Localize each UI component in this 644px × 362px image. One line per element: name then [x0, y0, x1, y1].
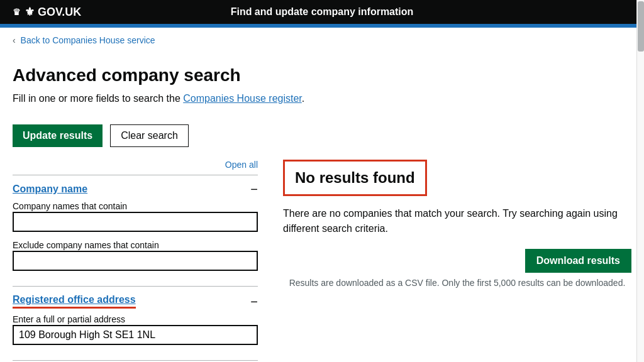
site-header: ♛ ⚜ GOV.UK Find and update company infor… [0, 0, 644, 24]
page-header: Advanced company search Fill in one or m… [0, 53, 644, 124]
no-results-title: No results found [295, 169, 415, 187]
company-name-contains-input[interactable] [13, 212, 258, 232]
registered-office-filter: Registered office address − Enter a full… [13, 286, 258, 360]
action-buttons: Update results Clear search [0, 124, 644, 147]
registered-office-header: Registered office address − [13, 294, 258, 309]
company-name-contains-label: Company names that contain [13, 201, 127, 211]
company-name-exclude-input[interactable] [13, 251, 258, 271]
registered-office-toggle[interactable]: − [250, 295, 258, 308]
update-results-button[interactable]: Update results [13, 124, 103, 147]
company-name-toggle[interactable]: − [250, 183, 258, 195]
page-title: Advanced company search [13, 65, 631, 85]
open-all-link[interactable]: Open all [13, 160, 258, 170]
company-name-filter: Company name − Company names that contai… [13, 175, 258, 286]
scrollbar-track[interactable] [636, 0, 644, 362]
subtitle-start: Fill in one or more fields to search the [13, 93, 183, 104]
company-name-title[interactable]: Company name [13, 184, 87, 195]
breadcrumb: ‹ Back to Companies House service [0, 28, 644, 53]
address-input[interactable] [13, 325, 258, 345]
content-wrapper: Open all Company name − Company names th… [0, 160, 644, 362]
filters-sidebar: Open all Company name − Company names th… [13, 160, 258, 362]
registered-office-title[interactable]: Registered office address [13, 294, 136, 309]
company-name-exclude-label: Exclude company names that contain [13, 240, 159, 250]
breadcrumb-link[interactable]: Back to Companies House service [21, 35, 155, 45]
logo-text: ⚜ GOV.UK [25, 5, 81, 19]
header-title: Find and update company information [231, 6, 414, 18]
no-results-box: No results found [283, 160, 427, 196]
results-area: No results found There are no companies … [283, 160, 631, 362]
chevron-left-icon: ‹ [13, 35, 16, 45]
companies-house-register-link[interactable]: Companies House register [183, 93, 302, 104]
no-results-text: There are no companies that match your s… [283, 206, 631, 236]
address-label: Enter a full or partial address [13, 314, 125, 324]
subtitle-end: . [302, 93, 304, 104]
download-area: Download results [283, 249, 631, 273]
download-results-button[interactable]: Download results [525, 249, 631, 273]
scrollbar-thumb[interactable] [638, 1, 644, 52]
gov-uk-logo: ♛ ⚜ GOV.UK [13, 5, 81, 19]
page-subtitle: Fill in one or more fields to search the… [13, 93, 631, 104]
clear-search-button[interactable]: Clear search [110, 124, 189, 147]
company-name-header: Company name − [13, 183, 258, 195]
crown-icon: ♛ [13, 7, 21, 17]
download-note: Results are downloaded as a CSV file. On… [283, 278, 631, 288]
